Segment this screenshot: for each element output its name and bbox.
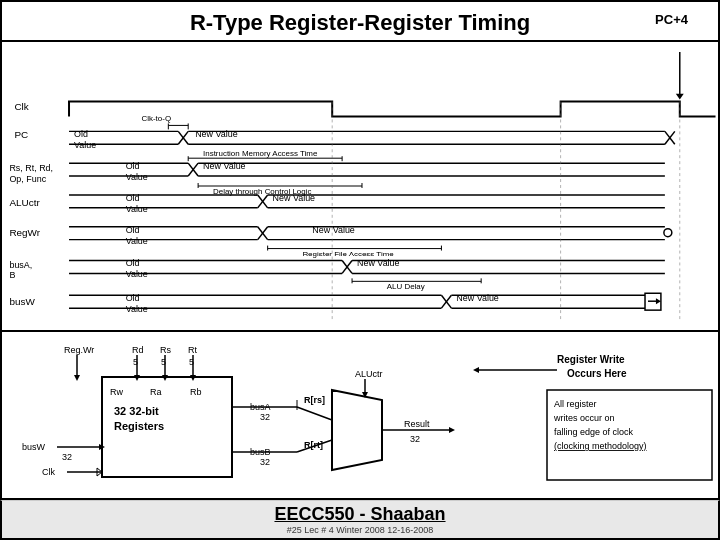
- regwr-bottom: Reg.Wr: [64, 345, 94, 355]
- busw-label-bottom: busW: [22, 442, 46, 452]
- page-title: R-Type Register-Register Timing: [190, 10, 530, 35]
- occurs-here-label: Occurs Here: [567, 368, 627, 379]
- pc4-label: PC+4: [655, 12, 688, 27]
- svg-text:Value: Value: [126, 304, 148, 314]
- alu-shape: [332, 390, 382, 470]
- rs-label2: Rs: [160, 345, 171, 355]
- svg-marker-105: [473, 367, 479, 373]
- reg-registers: Registers: [114, 420, 164, 432]
- footer: EECC550 - Shaaban #25 Lec # 4 Winter 200…: [0, 500, 720, 540]
- svg-text:ALU Delay: ALU Delay: [387, 282, 425, 291]
- rt-label: Rt: [188, 345, 197, 355]
- svg-point-50: [664, 229, 672, 237]
- note-line1: All register: [554, 399, 597, 409]
- rw-label: Rw: [110, 387, 123, 397]
- regwr-label: RegWr: [9, 227, 40, 238]
- svg-text:Instruction Memory Access Time: Instruction Memory Access Time: [203, 149, 318, 158]
- bottom-svg: Reg.Wr Rd Rs Rt 5 5 5 Rw Ra Rb 32 32-b: [2, 332, 718, 498]
- svg-marker-84: [74, 375, 80, 381]
- busa-label: busA,: [9, 260, 32, 270]
- result-label: Result: [404, 419, 430, 429]
- svg-text:Op, Func: Op, Func: [9, 174, 46, 184]
- aluctr-bottom: ALUctr: [355, 369, 383, 379]
- rb-label: Rb: [190, 387, 202, 397]
- thirty2-result: 32: [410, 434, 420, 444]
- main-container: R-Type Register-Register Timing PC+4 Clk…: [0, 0, 720, 540]
- svg-text:Register File Access Time: Register File Access Time: [302, 250, 394, 259]
- rd-label: Rd: [132, 345, 144, 355]
- rrs-label: R[rs]: [304, 395, 325, 405]
- svg-line-102: [297, 407, 332, 420]
- pc-label: PC: [14, 129, 28, 140]
- svg-text:Value: Value: [74, 140, 96, 150]
- svg-text:Value: Value: [126, 172, 148, 182]
- reg-32: 32 32-bit: [114, 405, 159, 417]
- timing-svg: Clk PC Rs, Rt, Rd, Op, Func ALUctr RegWr…: [2, 42, 718, 330]
- bottom-schematic: Reg.Wr Rd Rs Rt 5 5 5 Rw Ra Rb 32 32-b: [0, 330, 720, 500]
- svg-text:Value: Value: [126, 236, 148, 246]
- thirty2-a: 32: [260, 412, 270, 422]
- svg-text:Value: Value: [126, 269, 148, 279]
- svg-marker-101: [449, 427, 455, 433]
- clk-bottom: Clk: [42, 467, 55, 477]
- ra-label: Ra: [150, 387, 162, 397]
- note-line2: writes occur on: [553, 413, 615, 423]
- thirty2-w: 32: [62, 452, 72, 462]
- svg-marker-81: [676, 94, 684, 100]
- svg-text:B: B: [9, 270, 15, 280]
- thirty2-b: 32: [260, 457, 270, 467]
- timing-area: Clk PC Rs, Rt, Rd, Op, Func ALUctr RegWr…: [0, 40, 720, 330]
- svg-text:Clk-to-Q: Clk-to-Q: [142, 114, 172, 123]
- footer-sub: #25 Lec # 4 Winter 2008 12-16-2008: [2, 525, 718, 535]
- busw-label: busW: [9, 296, 35, 307]
- rs-label: Rs, Rt, Rd,: [9, 163, 53, 173]
- aluctr-label: ALUctr: [9, 197, 40, 208]
- reg-write-label: Register Write: [557, 354, 625, 365]
- footer-title: EECC550 - Shaaban: [2, 504, 718, 525]
- note-line4: (clocking methodology): [554, 441, 647, 451]
- clk-label: Clk: [14, 101, 28, 112]
- title-bar: R-Type Register-Register Timing PC+4: [0, 0, 720, 40]
- note-line3: falling edge of clock: [554, 427, 634, 437]
- svg-text:Value: Value: [126, 204, 148, 214]
